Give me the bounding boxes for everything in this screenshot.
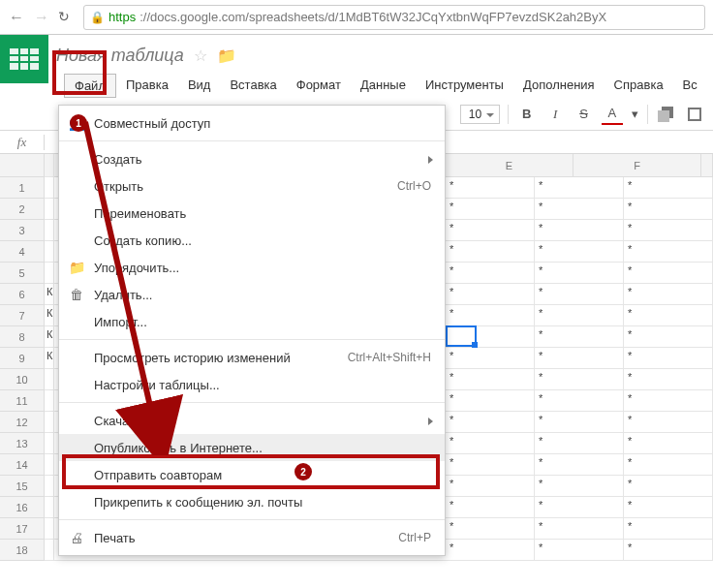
cell[interactable]	[45, 177, 54, 199]
cell[interactable]: *	[446, 369, 535, 390]
cell[interactable]: *	[624, 241, 713, 263]
back-icon[interactable]: ←	[8, 9, 25, 26]
column-header-f[interactable]: F	[574, 154, 701, 177]
cell[interactable]: *	[624, 348, 713, 369]
cell[interactable]: *	[446, 433, 535, 454]
menu-view[interactable]: Вид	[178, 74, 221, 98]
folder-icon[interactable]: 📁	[217, 46, 236, 65]
menu-edit[interactable]: Правка	[116, 74, 178, 98]
cell[interactable]	[45, 540, 54, 561]
cell[interactable]: *	[446, 518, 535, 540]
cell[interactable]: *	[624, 199, 713, 220]
cell[interactable]: *	[624, 518, 713, 540]
cell[interactable]: *	[446, 540, 535, 561]
cell[interactable]: *	[624, 305, 713, 326]
row-header[interactable]: 3	[0, 220, 45, 241]
menu-share[interactable]: 👥Совместный доступ	[59, 109, 445, 137]
cell[interactable]: *	[624, 390, 713, 412]
reload-icon[interactable]: ↻	[58, 9, 76, 26]
cell[interactable]: *	[446, 241, 535, 263]
row-header[interactable]: 6	[0, 284, 45, 305]
cell[interactable]: *	[446, 284, 535, 305]
bold-button[interactable]: B	[516, 104, 537, 125]
menu-create[interactable]: Создать	[59, 145, 445, 172]
cell[interactable]	[45, 497, 54, 518]
strike-button[interactable]: S	[574, 104, 594, 125]
cell[interactable]: *	[535, 476, 624, 497]
row-header[interactable]: 5	[0, 263, 45, 284]
cell[interactable]: *	[446, 305, 535, 326]
cell[interactable]: *	[446, 412, 535, 433]
column-header-e[interactable]: E	[446, 154, 574, 177]
menu-format[interactable]: Формат	[287, 74, 351, 98]
cell[interactable]: *	[535, 220, 624, 241]
column-header-partial[interactable]	[45, 154, 54, 177]
cell[interactable]	[45, 263, 54, 284]
row-header[interactable]: 16	[0, 497, 45, 518]
row-header[interactable]: 14	[0, 454, 45, 476]
cell[interactable]: *	[535, 241, 624, 263]
cell[interactable]: *	[446, 348, 535, 369]
cell[interactable]: *	[624, 497, 713, 518]
row-header[interactable]: 12	[0, 412, 45, 433]
cell[interactable]	[45, 454, 54, 476]
cell[interactable]: *	[624, 220, 713, 241]
cell[interactable]: *	[446, 263, 535, 284]
cell[interactable]: *	[535, 263, 624, 284]
menu-history[interactable]: Просмотреть историю измененийCtrl+Alt+Sh…	[59, 344, 445, 371]
menu-more[interactable]: Вс	[673, 74, 707, 98]
row-header[interactable]: 7	[0, 305, 45, 326]
menu-print[interactable]: 🖨ПечатьCtrl+P	[59, 524, 445, 551]
cell[interactable]: *	[446, 497, 535, 518]
row-header[interactable]: 11	[0, 390, 45, 412]
row-header[interactable]: 4	[0, 241, 45, 263]
cell[interactable]: *	[446, 454, 535, 476]
row-header[interactable]: 13	[0, 433, 45, 454]
cell[interactable]: К	[45, 284, 54, 305]
cell[interactable]	[45, 518, 54, 540]
cell[interactable]: *	[535, 518, 624, 540]
sheets-logo[interactable]	[0, 35, 48, 83]
cell[interactable]: *	[535, 454, 624, 476]
cell[interactable]	[45, 390, 54, 412]
row-header[interactable]: 9	[0, 348, 45, 369]
menu-import[interactable]: Импорт...	[59, 308, 445, 335]
cell[interactable]: *	[446, 476, 535, 497]
font-size-select[interactable]: 10	[460, 105, 500, 124]
cell[interactable]: К	[45, 348, 54, 369]
borders-button[interactable]	[685, 104, 705, 125]
cell[interactable]	[45, 369, 54, 390]
menu-data[interactable]: Данные	[351, 74, 416, 98]
row-header[interactable]: 1	[0, 177, 45, 199]
cell[interactable]: *	[535, 540, 624, 561]
menu-organize[interactable]: 📁Упорядочить...	[59, 254, 445, 281]
cell[interactable]: *	[535, 177, 624, 199]
cell[interactable]: *	[624, 433, 713, 454]
menu-publish[interactable]: Опубликовать в Интернете...	[59, 434, 445, 461]
text-color-dropdown-icon[interactable]: ▾	[631, 104, 640, 125]
cell[interactable]	[45, 241, 54, 263]
cell[interactable]: *	[446, 199, 535, 220]
text-color-button[interactable]: A	[602, 104, 622, 125]
cell[interactable]: *	[535, 284, 624, 305]
row-header[interactable]: 15	[0, 476, 45, 497]
cell[interactable]: *	[624, 454, 713, 476]
cell[interactable]: К	[45, 305, 54, 326]
cell[interactable]: *	[535, 326, 624, 348]
url-bar[interactable]: 🔒 https://docs.google.com/spreadsheets/d…	[83, 5, 705, 30]
row-header[interactable]: 8	[0, 326, 45, 348]
cell[interactable]: *	[535, 199, 624, 220]
cell[interactable]: *	[624, 476, 713, 497]
row-header[interactable]: 18	[0, 540, 45, 561]
select-all-corner[interactable]	[0, 154, 45, 177]
menu-rename[interactable]: Переименовать	[59, 200, 445, 227]
cell[interactable]: *	[624, 369, 713, 390]
menu-open[interactable]: ОткрытьCtrl+O	[59, 172, 445, 200]
cell[interactable]	[45, 220, 54, 241]
menu-tools[interactable]: Инструменты	[416, 74, 513, 98]
menu-copy[interactable]: Создать копию...	[59, 227, 445, 254]
menu-download[interactable]: Скачать как	[59, 407, 445, 434]
cell[interactable]: *	[624, 177, 713, 199]
fill-handle[interactable]	[472, 342, 478, 348]
row-header[interactable]: 10	[0, 369, 45, 390]
